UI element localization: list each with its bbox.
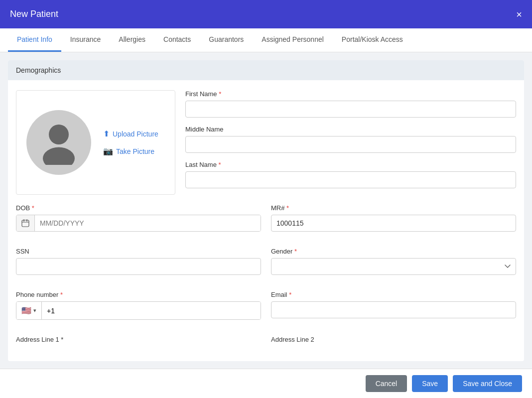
calendar-icon bbox=[21, 219, 29, 227]
dob-label: DOB * bbox=[16, 204, 261, 212]
avatar bbox=[26, 110, 91, 175]
address1-col: Address Line 1 * bbox=[16, 336, 261, 351]
address2-label: Address Line 2 bbox=[271, 336, 516, 343]
photo-box: ⬆ Upload Picture 📷 Take Picture bbox=[16, 90, 175, 195]
tab-portal-kiosk-access[interactable]: Portal/Kiosk Access bbox=[333, 28, 412, 52]
camera-icon: 📷 bbox=[103, 146, 113, 156]
modal-body: Demographics bbox=[0, 52, 532, 369]
tab-assigned-personnel[interactable]: Assigned Personnel bbox=[253, 28, 333, 52]
phone-col: Phone number * 🇺🇸 ▾ bbox=[16, 291, 261, 328]
flag-icon: 🇺🇸 bbox=[21, 306, 31, 315]
tabs-bar: Patient Info Insurance Allergies Contact… bbox=[0, 28, 532, 52]
modal-footer: Cancel Save Save and Close bbox=[0, 369, 532, 369]
address1-group: Address Line 1 * bbox=[16, 336, 261, 343]
modal-header: New Patient × bbox=[0, 0, 532, 28]
last-name-label: Last Name * bbox=[185, 161, 516, 168]
phone-label: Phone number * bbox=[16, 291, 261, 298]
tab-insurance[interactable]: Insurance bbox=[61, 28, 110, 52]
ssn-input[interactable] bbox=[16, 258, 261, 275]
upload-icon: ⬆ bbox=[103, 129, 110, 138]
mr-label: MR# * bbox=[271, 204, 516, 212]
gender-label: Gender * bbox=[271, 248, 516, 255]
dob-input[interactable] bbox=[35, 215, 261, 231]
svg-rect-2 bbox=[22, 220, 29, 227]
phone-input-wrapper: 🇺🇸 ▾ bbox=[16, 301, 261, 320]
last-name-group: Last Name * bbox=[185, 161, 516, 188]
address2-col: Address Line 2 bbox=[271, 336, 516, 351]
take-picture-button[interactable]: 📷 Take Picture bbox=[103, 146, 158, 156]
email-col: Email * bbox=[271, 291, 516, 328]
dob-input-wrapper bbox=[16, 215, 261, 232]
first-name-required: * bbox=[219, 90, 221, 98]
address1-label: Address Line 1 * bbox=[16, 336, 261, 343]
email-group: Email * bbox=[271, 291, 516, 318]
middle-name-group: Middle Name bbox=[185, 126, 516, 153]
ssn-gender-row: SSN Gender * Male Femal bbox=[16, 248, 516, 283]
middle-name-input[interactable] bbox=[185, 136, 516, 153]
demographics-section: Demographics bbox=[8, 60, 524, 361]
last-name-input[interactable] bbox=[185, 171, 516, 188]
upload-picture-button[interactable]: ⬆ Upload Picture bbox=[103, 129, 158, 138]
gender-col: Gender * Male Female Other bbox=[271, 248, 516, 283]
tab-patient-info[interactable]: Patient Info bbox=[8, 28, 61, 52]
photo-actions: ⬆ Upload Picture 📷 Take Picture bbox=[103, 129, 158, 156]
calendar-icon-button[interactable] bbox=[16, 215, 35, 231]
ssn-label: SSN bbox=[16, 248, 261, 255]
svg-point-1 bbox=[43, 147, 75, 165]
tab-allergies[interactable]: Allergies bbox=[110, 28, 154, 52]
phone-group: Phone number * 🇺🇸 ▾ bbox=[16, 291, 261, 320]
chevron-down-icon: ▾ bbox=[33, 307, 36, 314]
mr-col: MR# * bbox=[271, 204, 516, 240]
mr-group: MR# * bbox=[271, 204, 516, 232]
ssn-col: SSN bbox=[16, 248, 261, 283]
photo-col: ⬆ Upload Picture 📷 Take Picture bbox=[16, 90, 175, 196]
dob-mr-row: DOB * bbox=[16, 204, 516, 240]
close-button[interactable]: × bbox=[516, 9, 522, 19]
phone-country-select[interactable]: 🇺🇸 ▾ bbox=[16, 302, 42, 319]
first-name-input[interactable] bbox=[185, 101, 516, 118]
name-fields-col: First Name * Middle Name Last Name bbox=[185, 90, 516, 196]
mr-input[interactable] bbox=[271, 215, 516, 232]
gender-group: Gender * Male Female Other bbox=[271, 248, 516, 275]
email-label: Email * bbox=[271, 291, 516, 298]
address-row: Address Line 1 * Address Line 2 bbox=[16, 336, 516, 351]
tab-contacts[interactable]: Contacts bbox=[154, 28, 200, 52]
dob-group: DOB * bbox=[16, 204, 261, 232]
svg-point-0 bbox=[49, 125, 69, 144]
middle-name-label: Middle Name bbox=[185, 126, 516, 133]
dob-col: DOB * bbox=[16, 204, 261, 240]
email-input[interactable] bbox=[271, 301, 516, 318]
first-name-label: First Name * bbox=[185, 90, 516, 98]
avatar-silhouette bbox=[39, 120, 79, 165]
modal-title: New Patient bbox=[10, 9, 58, 19]
section-header: Demographics bbox=[8, 60, 524, 80]
photo-name-row: ⬆ Upload Picture 📷 Take Picture bbox=[16, 90, 516, 196]
section-body: ⬆ Upload Picture 📷 Take Picture bbox=[8, 80, 524, 361]
gender-select[interactable]: Male Female Other bbox=[271, 258, 516, 275]
tab-guarantors[interactable]: Guarantors bbox=[200, 28, 253, 52]
address2-group: Address Line 2 bbox=[271, 336, 516, 343]
first-name-group: First Name * bbox=[185, 90, 516, 118]
phone-email-row: Phone number * 🇺🇸 ▾ bbox=[16, 291, 516, 328]
ssn-group: SSN bbox=[16, 248, 261, 275]
last-name-required: * bbox=[219, 161, 221, 168]
phone-input[interactable] bbox=[42, 302, 261, 319]
